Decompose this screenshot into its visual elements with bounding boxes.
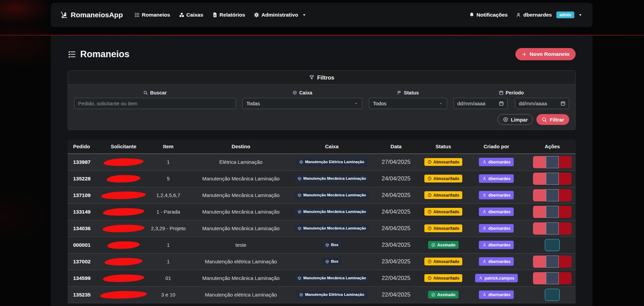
column-header-acoes: Ações (529, 139, 576, 154)
column-header-data: Data (370, 139, 423, 154)
assign-user-button[interactable] (533, 256, 546, 268)
delete-button[interactable] (559, 173, 572, 185)
assign-user-button[interactable] (533, 189, 546, 201)
user-menu[interactable]: dbernardes admin (516, 12, 583, 18)
assign-user-button[interactable] (533, 222, 546, 235)
person-icon (482, 226, 487, 231)
data-cell: 27/04/2025 (370, 154, 423, 170)
status-cell: Almoxarifado (423, 154, 464, 170)
calendar-picker-icon[interactable] (499, 101, 504, 106)
assign-user-button[interactable] (533, 173, 546, 185)
delete-button[interactable] (559, 272, 572, 284)
nav-item-notifications[interactable]: Notificações (469, 12, 508, 18)
clear-filters-button[interactable]: Limpar (497, 114, 533, 125)
nav-item-caixas[interactable]: Caixas (179, 12, 203, 18)
status-cell: Almoxarifado (423, 253, 464, 270)
edit-button[interactable] (546, 173, 559, 185)
filters-card: Filtros Buscar Caixa Todas (68, 70, 576, 130)
caixa-field-group: Caixa Todas (242, 90, 362, 109)
status-select[interactable]: Todos (369, 98, 447, 109)
status-field-group: Status Todos (369, 90, 447, 109)
search-input[interactable] (74, 98, 236, 109)
bell-icon (469, 12, 474, 18)
solicitante-cell (98, 187, 149, 203)
new-romaneio-button[interactable]: Novo Romaneio (515, 48, 576, 60)
caixa-label: Caixa (242, 90, 362, 95)
periodo-field-group: Período dd/mm/aaaa dd/mm/aaaa (453, 90, 569, 109)
nav-item-relatorios[interactable]: Relatórios (212, 12, 245, 18)
row-actions (533, 173, 572, 185)
redacted-solicitante (103, 207, 145, 216)
delete-button[interactable] (559, 206, 572, 218)
assign-user-button[interactable] (533, 156, 546, 168)
delete-button[interactable] (559, 222, 572, 235)
caixa-badge: Manutenção Mecânica Laminação (295, 225, 369, 232)
date-from-input[interactable]: dd/mm/aaaa (453, 98, 508, 109)
created-by-badge: dbernardes (479, 224, 514, 233)
new-romaneio-label: Novo Romaneio (530, 51, 570, 57)
caixa-badge: Manutenção Elétrica Laminação (296, 158, 367, 166)
edit-button[interactable] (546, 272, 559, 284)
edit-button[interactable] (546, 222, 559, 235)
admin-badge: admin (556, 12, 574, 18)
main-nav: Romaneios Caixas Relatórios Administrati… (134, 12, 307, 18)
check-circle-icon (431, 243, 436, 247)
notifications-label: Notificações (476, 12, 508, 18)
caixa-select[interactable]: Todas (242, 98, 362, 109)
table-row: 1331491 - ParadaManutenção Mecânica Lami… (68, 203, 576, 220)
caixa-badge: Manutenção Elétrica Laminação (296, 291, 367, 299)
nav-item-administrativo[interactable]: Administrativo (254, 12, 307, 18)
person-icon (482, 193, 487, 197)
column-header-solicitante: Solicitante (98, 139, 149, 154)
solicitante-cell (98, 270, 149, 286)
apply-filters-button[interactable]: Filtrar (536, 114, 569, 125)
item-cell: 01 (149, 270, 187, 286)
status-badge: Assinado (428, 241, 459, 249)
date-to-input[interactable]: dd/mm/aaaa (515, 98, 569, 109)
criado-por-cell: dbernardes (464, 220, 529, 237)
criado-por-cell: dbernardes (464, 237, 529, 253)
created-by-badge: dbernardes (479, 257, 514, 266)
app-brand[interactable]: RomaneiosApp (60, 11, 123, 19)
edit-button[interactable] (546, 206, 559, 218)
calendar-picker-icon[interactable] (560, 101, 565, 106)
edit-button[interactable] (546, 156, 559, 168)
person-icon (479, 276, 483, 280)
caixa-badge: Box (323, 258, 341, 265)
column-header-item: Item (149, 139, 187, 154)
destino-cell: Manutenção Mecânica Laminação (187, 270, 294, 286)
assign-user-button[interactable] (533, 206, 546, 218)
view-button[interactable] (545, 289, 560, 301)
table-row: 0000011testeBox23/04/2025Assinadodbernar… (68, 237, 576, 253)
destino-cell: Elétrica Laminação (187, 154, 294, 170)
pedido-cell: 137109 (68, 187, 98, 203)
box-icon (297, 193, 302, 197)
delete-button[interactable] (559, 189, 572, 201)
data-cell: 23/04/2025 (370, 237, 423, 253)
status-badge: Almoxarifado (424, 191, 463, 199)
redacted-solicitante (100, 290, 147, 299)
flag-icon (397, 90, 402, 95)
destino-cell: Manutenção Mecânica Laminação (187, 187, 294, 203)
status-label: Status (369, 90, 447, 95)
created-by-badge: dbernardes (479, 191, 514, 199)
main-panel: Romaneios Novo Romaneio Filtros Buscar (51, 36, 593, 306)
solicitante-cell (98, 170, 149, 187)
delete-button[interactable] (559, 156, 572, 168)
item-cell: 3 e 10 (149, 286, 187, 303)
view-button[interactable] (545, 239, 560, 251)
table-row: 1370021Manutenção elétrica LaminaçãoBox2… (68, 253, 576, 270)
nav-item-romaneios[interactable]: Romaneios (134, 12, 170, 18)
item-cell: 2,3,29 - Projeto (149, 220, 187, 237)
redacted-solicitante (103, 224, 145, 233)
caixa-cell: Manutenção Mecânica Laminação (294, 170, 369, 187)
edit-button[interactable] (546, 189, 559, 201)
assign-user-button[interactable] (533, 272, 546, 284)
edit-button[interactable] (546, 256, 559, 268)
pedido-cell: 133149 (68, 203, 98, 220)
list-check-icon (134, 12, 140, 18)
status-cell: Assinado (423, 237, 464, 253)
delete-button[interactable] (559, 256, 572, 268)
chevron-down-icon (302, 12, 307, 18)
box-icon (292, 90, 297, 95)
